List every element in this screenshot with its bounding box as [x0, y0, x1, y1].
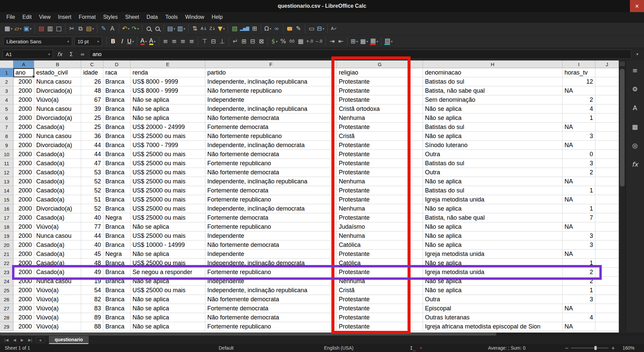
- cell-i10[interactable]: 0: [562, 150, 595, 159]
- cell-d13[interactable]: Branca: [103, 177, 130, 186]
- cell-h24[interactable]: Não se aplica: [423, 277, 562, 286]
- cell-e17[interactable]: US$ 25000 ou mais: [130, 213, 205, 222]
- menu-file[interactable]: File: [3, 13, 19, 21]
- cell-j14[interactable]: [595, 186, 619, 195]
- last-sheet-icon[interactable]: ▶|: [26, 338, 35, 342]
- cell-a13[interactable]: 2000: [13, 177, 34, 186]
- cell-i8[interactable]: 3: [562, 132, 595, 141]
- cell-e20[interactable]: US$ 10000 - 14999: [130, 240, 205, 250]
- insert-pivot-table-icon[interactable]: ⊞: [250, 24, 259, 34]
- cell-j1[interactable]: [595, 68, 619, 77]
- cell-e15[interactable]: US$ 25000 ou mais: [130, 195, 205, 204]
- cell-c15[interactable]: 51: [81, 195, 103, 204]
- row-header-10[interactable]: 10: [0, 150, 13, 159]
- cell-d25[interactable]: Branca: [103, 286, 130, 295]
- cell-c27[interactable]: 83: [81, 304, 103, 313]
- zoom-level[interactable]: 160%: [623, 344, 635, 352]
- horizontal-scrollbar[interactable]: [0, 333, 644, 336]
- cell-i19[interactable]: 3: [562, 231, 595, 240]
- cell-f20[interactable]: Não fortemente democrata: [205, 240, 337, 250]
- cell-j13[interactable]: [595, 177, 619, 186]
- cell-c24[interactable]: 19: [81, 277, 103, 286]
- cell-g22[interactable]: Católica: [337, 259, 423, 268]
- cell-d4[interactable]: Branca: [103, 95, 130, 104]
- cell-d9[interactable]: Branca: [103, 141, 130, 150]
- row-header-12[interactable]: 12: [0, 168, 13, 177]
- cell-b6[interactable]: Divorciado(a): [34, 114, 81, 123]
- cell-j4[interactable]: [595, 95, 619, 104]
- cell-e14[interactable]: US$ 25000 ou mais: [130, 186, 205, 195]
- cell-i28[interactable]: 4: [562, 313, 595, 322]
- cell-d12[interactable]: Branca: [103, 168, 130, 177]
- function-wizard-button[interactable]: fx: [55, 50, 64, 59]
- cell-e1[interactable]: renda: [130, 68, 205, 77]
- cell-j11[interactable]: [595, 159, 619, 168]
- cell-f1[interactable]: partido: [205, 68, 337, 77]
- cell-a10[interactable]: 2000: [13, 150, 34, 159]
- cell-c11[interactable]: 47: [81, 159, 103, 168]
- cell-j25[interactable]: [595, 286, 619, 295]
- cell-i1[interactable]: horas_tv: [562, 68, 595, 77]
- row-header-9[interactable]: 9: [0, 141, 13, 150]
- cell-c17[interactable]: 40: [81, 213, 103, 222]
- cell-b1[interactable]: estado_civil: [34, 68, 81, 77]
- cell-c21[interactable]: 45: [81, 250, 103, 259]
- cell-d15[interactable]: Branca: [103, 195, 130, 204]
- cell-b9[interactable]: Divorciado(a): [34, 141, 81, 150]
- cell-d17[interactable]: Negra: [103, 213, 130, 222]
- new-document-icon[interactable]: ▦▾: [3, 24, 13, 34]
- menu-help[interactable]: Help: [208, 13, 226, 21]
- row-header-20[interactable]: 20: [0, 240, 13, 250]
- cell-f21[interactable]: Independente: [205, 250, 337, 259]
- cell-e29[interactable]: Não se aplica: [130, 322, 205, 331]
- cell-j16[interactable]: [595, 204, 619, 213]
- cell-a5[interactable]: 2000: [13, 104, 34, 114]
- name-box[interactable]: A1 ▾: [3, 50, 53, 59]
- cell-j18[interactable]: [595, 222, 619, 231]
- cell-i15[interactable]: NA: [562, 195, 595, 204]
- cell-b4[interactable]: Viúvo(a): [34, 95, 81, 104]
- cell-f5[interactable]: Independente, inclinação republicana: [205, 104, 337, 114]
- cell-c9[interactable]: 44: [81, 141, 103, 150]
- unmerge-cells-icon[interactable]: ⊠: [257, 36, 266, 46]
- cell-e13[interactable]: US$ 25000 ou mais: [130, 177, 205, 186]
- cell-f19[interactable]: Independente: [205, 231, 337, 240]
- menu-window[interactable]: Window: [181, 13, 208, 21]
- cell-c19[interactable]: 44: [81, 231, 103, 240]
- cell-b28[interactable]: Viúvo(a): [34, 313, 81, 322]
- row-header-28[interactable]: 28: [0, 313, 13, 322]
- cell-a20[interactable]: 2000: [13, 240, 34, 250]
- cell-f18[interactable]: Fortemente republicano: [205, 222, 337, 231]
- chevron-down-icon[interactable]: ▾: [48, 52, 50, 56]
- print-preview-icon[interactable]: □: [54, 24, 63, 34]
- cell-h6[interactable]: Não se aplica: [423, 114, 562, 123]
- delete-decimal-place-icon[interactable]: −.0: [314, 36, 324, 46]
- export-pdf-icon[interactable]: ▤: [37, 24, 46, 34]
- cell-a23[interactable]: 2000: [13, 268, 34, 277]
- close-window-button[interactable]: ×: [630, 0, 644, 12]
- horizontal-scrollbar-thumb[interactable]: [0, 333, 496, 336]
- column-header-d[interactable]: D: [103, 60, 130, 68]
- cell-g13[interactable]: Nenhuma: [337, 177, 423, 186]
- cell-a12[interactable]: 2000: [13, 168, 34, 177]
- cell-b13[interactable]: Casado(a): [34, 177, 81, 186]
- cell-i6[interactable]: 1: [562, 114, 595, 123]
- cell-g18[interactable]: Judaísmo: [337, 222, 423, 231]
- cell-c22[interactable]: 48: [81, 259, 103, 268]
- decrease-indent-icon[interactable]: ⇤: [336, 36, 345, 46]
- cell-e5[interactable]: Não se aplica: [130, 104, 205, 114]
- row-header-1[interactable]: 1: [0, 68, 13, 77]
- cell-f25[interactable]: Independente, inclinação republicana: [205, 286, 337, 295]
- column-header-b[interactable]: B: [34, 60, 81, 68]
- cell-h29[interactable]: Igreja africana metodista episcopal de S…: [423, 322, 562, 331]
- cell-g4[interactable]: Protestante: [337, 95, 423, 104]
- cell-b18[interactable]: Viúvo(a): [34, 222, 81, 231]
- cell-i24[interactable]: 2: [562, 277, 595, 286]
- cell-e27[interactable]: Não se aplica: [130, 304, 205, 313]
- cell-g1[interactable]: religiao: [337, 68, 423, 77]
- paste-icon[interactable]: ▤▾: [85, 24, 95, 34]
- row-header-18[interactable]: 18: [0, 222, 13, 231]
- cell-f4[interactable]: Independente: [205, 95, 337, 104]
- cell-a6[interactable]: 2000: [13, 114, 34, 123]
- borders-icon[interactable]: ⊞▾: [350, 36, 359, 46]
